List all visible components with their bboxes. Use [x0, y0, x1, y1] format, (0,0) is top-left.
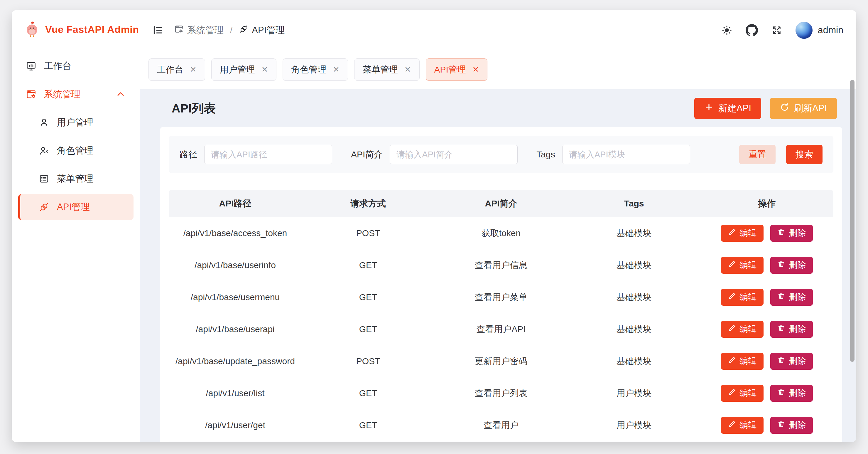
close-icon[interactable]: ✕: [190, 66, 196, 74]
sidebar-subitem[interactable]: 用户管理: [18, 110, 133, 135]
table-row: /api/v1/user/list GET 查看用户列表 用户模块: [169, 377, 833, 409]
refresh-icon: [780, 103, 789, 114]
tab[interactable]: API管理 ✕: [426, 58, 488, 81]
api-icon: [239, 24, 248, 36]
tab-label: 用户管理: [220, 64, 255, 76]
page-header: API列表 新建API 刷新API: [160, 96, 842, 121]
cell-tags: 基础模块: [567, 259, 701, 271]
sidebar-subitem-label: 角色管理: [57, 144, 93, 157]
delete-button[interactable]: 删除: [770, 385, 813, 402]
menu-icon: [39, 174, 49, 184]
tab[interactable]: 工作台 ✕: [149, 58, 205, 81]
tab-label: 角色管理: [291, 64, 326, 76]
refresh-api-button[interactable]: 刷新API: [770, 98, 837, 119]
sidebar-subitem-label: 用户管理: [57, 116, 93, 129]
cell-actions: 编辑 删除: [701, 385, 833, 402]
edit-label: 编辑: [740, 387, 756, 399]
close-icon[interactable]: ✕: [472, 66, 479, 74]
path-label: 路径: [180, 149, 197, 161]
filter-actions: 重置 搜索: [739, 145, 823, 164]
edit-button[interactable]: 编辑: [721, 353, 764, 370]
breadcrumb-parent[interactable]: 系统管理: [174, 24, 224, 36]
tab[interactable]: 菜单管理 ✕: [354, 58, 420, 81]
cell-actions: 编辑 删除: [701, 289, 833, 306]
delete-button[interactable]: 删除: [770, 289, 813, 306]
pencil-icon: [728, 388, 736, 398]
sidebar-item-system-management[interactable]: 系统管理: [18, 81, 133, 107]
table-row: /api/v1/base/access_token POST 获取token 基…: [169, 217, 833, 249]
delete-label: 删除: [789, 259, 806, 271]
breadcrumb-separator: /: [230, 25, 232, 35]
search-button[interactable]: 搜索: [786, 145, 823, 164]
tags-input[interactable]: [562, 145, 690, 164]
cell-api-path: /api/v1/user/list: [169, 388, 302, 398]
cell-api-path: /api/v1/base/access_token: [169, 228, 302, 238]
delete-button[interactable]: 删除: [770, 225, 813, 242]
table-header-cell: 请求方式: [302, 198, 435, 210]
github-icon[interactable]: [746, 24, 758, 36]
cell-summary: 查看用户列表: [435, 387, 567, 399]
cell-summary: 查看用户API: [435, 323, 567, 335]
create-api-button[interactable]: 新建API: [694, 98, 761, 119]
tab[interactable]: 角色管理 ✕: [283, 58, 348, 81]
fullscreen-icon[interactable]: [771, 25, 782, 35]
cell-api-path: /api/v1/base/userapi: [169, 324, 302, 334]
sidebar-subitem[interactable]: 菜单管理: [18, 166, 133, 192]
delete-button[interactable]: 删除: [770, 257, 813, 274]
pencil-icon: [728, 356, 736, 366]
edit-button[interactable]: 编辑: [721, 417, 764, 434]
edit-button[interactable]: 编辑: [721, 321, 764, 338]
scrollbar-thumb[interactable]: [850, 80, 855, 362]
edit-button[interactable]: 编辑: [721, 225, 764, 242]
delete-button[interactable]: 删除: [770, 321, 813, 338]
delete-label: 删除: [789, 291, 806, 303]
summary-input[interactable]: [390, 145, 518, 164]
refresh-api-label: 刷新API: [794, 102, 827, 115]
username: admin: [818, 25, 843, 35]
cell-actions: 编辑 删除: [701, 321, 833, 338]
trash-icon: [777, 260, 785, 270]
sidebar-group-label: 系统管理: [44, 88, 81, 101]
cell-method: POST: [302, 228, 435, 238]
edit-button[interactable]: 编辑: [721, 385, 764, 402]
cell-actions: 编辑 删除: [701, 353, 833, 370]
path-input[interactable]: [204, 145, 332, 164]
sidebar-menu: 工作台 系统管理: [12, 49, 140, 227]
close-icon[interactable]: ✕: [333, 66, 340, 74]
theme-toggle-icon[interactable]: [721, 25, 732, 35]
filter-summary: API简介: [351, 145, 518, 164]
cell-tags: 用户模块: [567, 387, 701, 399]
collapse-sidebar-icon[interactable]: [152, 24, 164, 36]
edit-label: 编辑: [740, 259, 756, 271]
pencil-icon: [728, 420, 736, 430]
cell-summary: 查看用户: [435, 419, 567, 431]
breadcrumb-current[interactable]: API管理: [239, 24, 285, 36]
sidebar-subitem[interactable]: 角色管理: [18, 138, 133, 164]
trash-icon: [777, 388, 785, 398]
system-icon: [26, 89, 36, 100]
table-row: /api/v1/user/get GET 查看用户 用户模块: [169, 409, 833, 442]
cell-method: GET: [302, 420, 435, 430]
edit-button[interactable]: 编辑: [721, 289, 764, 306]
sidebar-item-workbench[interactable]: 工作台: [18, 53, 133, 79]
user-menu[interactable]: admin: [796, 22, 843, 39]
table-header-cell: 操作: [701, 198, 833, 210]
close-icon[interactable]: ✕: [261, 66, 268, 74]
delete-button[interactable]: 删除: [770, 353, 813, 370]
trash-icon: [777, 324, 785, 334]
avatar[interactable]: [796, 22, 812, 39]
pencil-icon: [728, 228, 736, 238]
chevron-up-icon: [115, 89, 126, 100]
api-table: API路径 请求方式 API简介 Tags 操作: [169, 190, 833, 442]
app-logo[interactable]: Vue FastAPI Admin: [12, 10, 140, 49]
delete-label: 删除: [789, 227, 806, 239]
reset-button[interactable]: 重置: [739, 145, 776, 164]
workbench-icon: [26, 61, 36, 72]
close-icon[interactable]: ✕: [404, 66, 411, 74]
sidebar-subitem[interactable]: API管理: [18, 194, 133, 220]
edit-button[interactable]: 编辑: [721, 257, 764, 274]
breadcrumb-parent-label: 系统管理: [187, 24, 224, 36]
delete-label: 删除: [789, 419, 806, 431]
tab[interactable]: 用户管理 ✕: [211, 58, 277, 81]
delete-button[interactable]: 删除: [770, 417, 813, 434]
